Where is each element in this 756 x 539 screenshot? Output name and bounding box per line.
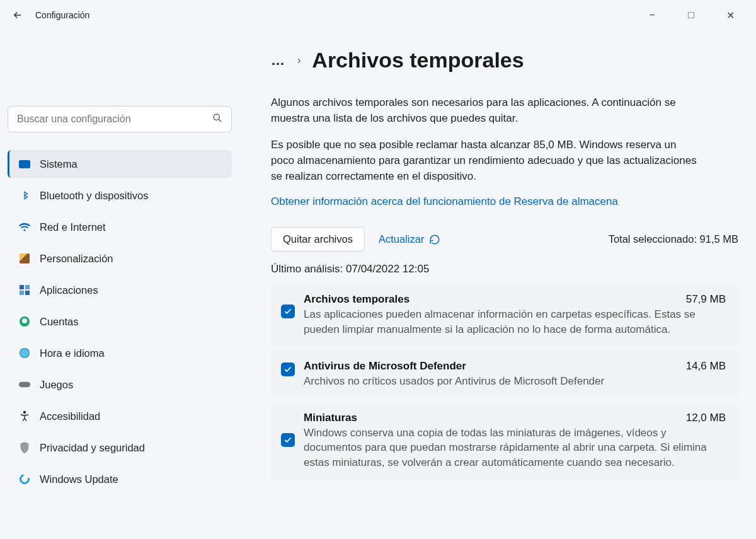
svg-point-2 — [24, 412, 26, 414]
checkbox[interactable] — [281, 362, 295, 376]
sidebar-item-label: Windows Update — [40, 473, 118, 485]
sidebar-item-aplicaciones[interactable]: Aplicaciones — [8, 276, 232, 304]
remove-files-button[interactable]: Quitar archivos — [271, 227, 365, 252]
item-body: Archivos temporales 57,9 MB Las aplicaci… — [304, 293, 726, 337]
checkbox[interactable] — [281, 433, 295, 447]
brush-icon — [18, 252, 31, 265]
clock-icon — [18, 347, 31, 359]
app-title: Configuración — [35, 10, 89, 20]
monitor-icon — [18, 158, 31, 170]
close-button[interactable]: ✕ — [716, 5, 745, 25]
sidebar-item-label: Personalización — [40, 253, 113, 265]
item-title: Antivirus de Microsoft Defender — [304, 360, 466, 373]
sidebar-item-cuentas[interactable]: Cuentas — [8, 308, 232, 335]
maximize-button[interactable]: □ — [677, 5, 706, 25]
item-description: Archivos no críticos usados por Antiviru… — [304, 374, 726, 389]
search-icon — [212, 113, 222, 125]
sidebar-item-label: Sistema — [40, 158, 77, 170]
sidebar-item-accesibilidad[interactable]: Accesibilidad — [8, 402, 232, 430]
back-button[interactable] — [5, 3, 30, 28]
sidebar-item-label: Bluetooth y dispositivos — [40, 190, 148, 202]
sidebar-item-label: Accesibilidad — [40, 410, 100, 422]
item-body: Miniaturas 12,0 MB Windows conserva una … — [304, 412, 726, 470]
sidebar-item-juegos[interactable]: Juegos — [8, 371, 232, 398]
minimize-button[interactable]: − — [638, 5, 667, 25]
checkbox[interactable] — [281, 304, 295, 318]
chevron-right-icon: › — [297, 55, 301, 66]
gamepad-icon — [18, 378, 31, 391]
main-content: … › Archivos temporales Algunos archivos… — [239, 30, 756, 539]
refresh-icon — [429, 234, 440, 245]
page-title: Archivos temporales — [312, 48, 524, 72]
update-icon — [18, 473, 31, 485]
sidebar-item-label: Red e Internet — [40, 221, 106, 233]
sidebar-item-label: Juegos — [40, 379, 73, 391]
wifi-icon — [18, 221, 31, 233]
sidebar-item-label: Privacidad y seguridad — [40, 442, 145, 454]
sidebar-item-sistema[interactable]: Sistema — [8, 150, 232, 178]
item-size: 14,6 MB — [686, 360, 726, 373]
breadcrumb-ellipsis[interactable]: … — [271, 52, 286, 69]
search-box[interactable] — [8, 106, 232, 132]
action-row: Quitar archivos Actualizar Total selecci… — [271, 227, 738, 252]
sidebar-item-red[interactable]: Red e Internet — [8, 213, 232, 241]
bluetooth-icon — [18, 189, 31, 202]
item-title: Miniaturas — [304, 412, 357, 424]
sidebar-item-update[interactable]: Windows Update — [8, 465, 232, 493]
sidebar-item-hora[interactable]: Hora e idioma — [8, 339, 232, 367]
description-1: Algunos archivos temporales son necesari… — [271, 95, 699, 126]
sidebar-item-personalizacion[interactable]: Personalización — [8, 245, 232, 272]
storage-reserve-link[interactable]: Obtener información acerca del funcionam… — [271, 195, 618, 208]
user-icon — [18, 315, 31, 328]
sidebar-item-label: Aplicaciones — [40, 284, 98, 296]
temp-file-item[interactable]: Archivos temporales 57,9 MB Las aplicaci… — [271, 284, 738, 346]
svg-point-0 — [214, 114, 219, 120]
refresh-label: Actualizar — [379, 233, 424, 245]
description-2: Es posible que no sea posible reclamar h… — [271, 137, 699, 184]
shield-icon — [18, 441, 31, 454]
last-scan: Último análisis: 07/04/2022 12:05 — [271, 263, 738, 275]
sidebar-item-label: Hora e idioma — [40, 347, 105, 359]
item-title: Archivos temporales — [304, 293, 410, 306]
sidebar-item-privacidad[interactable]: Privacidad y seguridad — [8, 434, 232, 461]
sidebar: Sistema Bluetooth y dispositivos Red e I… — [0, 30, 239, 539]
item-size: 57,9 MB — [686, 293, 726, 306]
temp-file-item[interactable]: Miniaturas 12,0 MB Windows conserva una … — [271, 403, 738, 479]
titlebar: Configuración − □ ✕ — [0, 0, 756, 30]
temp-file-item[interactable]: Antivirus de Microsoft Defender 14,6 MB … — [271, 351, 738, 398]
svg-rect-1 — [19, 382, 30, 387]
item-size: 12,0 MB — [686, 412, 726, 424]
item-body: Antivirus de Microsoft Defender 14,6 MB … — [304, 360, 726, 389]
accessibility-icon — [18, 410, 31, 422]
item-description: Windows conserva una copia de todas las … — [304, 426, 726, 470]
sidebar-item-label: Cuentas — [40, 316, 78, 328]
item-description: Las aplicaciones pueden almacenar inform… — [304, 307, 726, 337]
search-input[interactable] — [17, 113, 212, 125]
apps-icon — [18, 284, 31, 296]
window-controls: − □ ✕ — [638, 5, 751, 25]
refresh-button[interactable]: Actualizar — [379, 233, 440, 245]
breadcrumb: … › Archivos temporales — [271, 48, 738, 72]
total-selected: Total seleccionado: 91,5 MB — [609, 233, 738, 245]
sidebar-item-bluetooth[interactable]: Bluetooth y dispositivos — [8, 182, 232, 209]
